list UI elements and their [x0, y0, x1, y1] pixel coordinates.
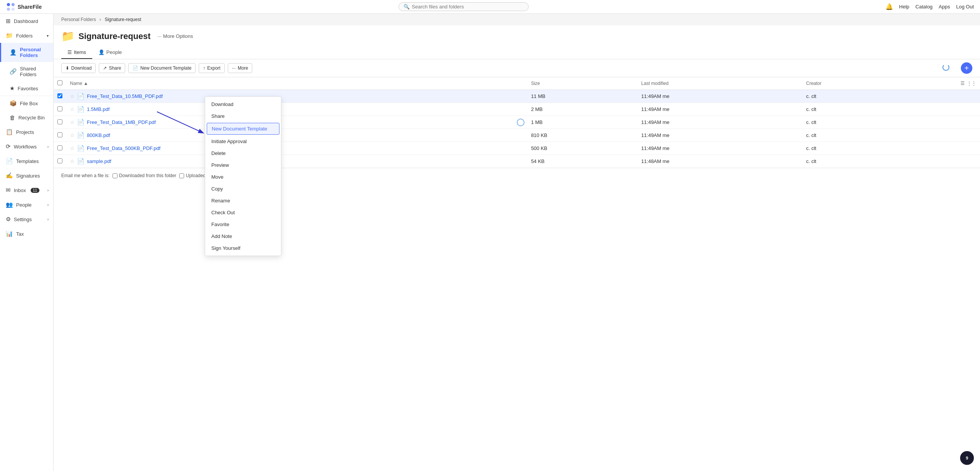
star-icon[interactable]: ☆ [70, 93, 75, 99]
row-checkbox-cell[interactable] [54, 103, 66, 116]
sidebar-label-personal-folders: Personal Folders [20, 47, 49, 58]
context-menu-item-add-note[interactable]: Add Note [205, 230, 281, 242]
new-doc-template-button[interactable]: 📄 New Document Template [128, 63, 196, 73]
star-icon[interactable]: ☆ [70, 158, 75, 164]
downloaded-checkbox[interactable] [113, 173, 118, 178]
row-name-cell: ☆ 📄 Free_Test_Data_10.5MB_PDF.pdf [66, 90, 527, 103]
pdf-icon: 📄 [77, 93, 85, 100]
uploaded-checkbox[interactable] [179, 173, 184, 178]
file-name[interactable]: Free_Test_Data_500KB_PDF.pdf [87, 145, 160, 151]
row-checkbox[interactable] [57, 132, 62, 137]
add-button[interactable]: + [961, 62, 972, 74]
context-menu: DownloadShareNew Document TemplateInitia… [205, 96, 281, 256]
sidebar-item-dashboard[interactable]: ⊞ Dashboard [0, 14, 53, 28]
context-menu-item-share[interactable]: Share [205, 110, 281, 122]
search-bar[interactable]: 🔍 [399, 2, 529, 11]
list-view-icon[interactable]: ☰ [960, 81, 965, 86]
sidebar-item-projects[interactable]: 📋 Projects [0, 125, 53, 139]
context-menu-item-delete[interactable]: Delete [205, 147, 281, 159]
row-checkbox-cell[interactable] [54, 129, 66, 142]
star-icon[interactable]: ☆ [70, 132, 75, 138]
bottom-badge[interactable]: 9 [960, 451, 974, 465]
share-label: Share [109, 65, 121, 71]
context-menu-item-move[interactable]: Move [205, 171, 281, 183]
grid-view-icon[interactable]: ⋮⋮ [967, 81, 976, 86]
share-button[interactable]: ↗ Share [99, 63, 125, 73]
row-checkbox[interactable] [57, 145, 62, 150]
col-select-all[interactable] [54, 77, 66, 90]
sidebar-item-templates[interactable]: 📄 Templates [0, 154, 53, 168]
context-menu-item-rename[interactable]: Rename [205, 195, 281, 207]
chevron-right-icon-people: › [47, 203, 49, 207]
search-input[interactable] [412, 4, 524, 10]
sidebar-item-file-box[interactable]: 📦 File Box [0, 96, 53, 111]
sidebar-label-recycle-bin: Recycle Bin [18, 115, 45, 121]
inbox-icon: ✉ [6, 187, 11, 194]
row-size-cell: 500 KB [527, 142, 637, 155]
row-size-cell: 11 MB [527, 90, 637, 103]
context-menu-item-new-doc-template[interactable]: New Document Template [207, 123, 279, 135]
logo[interactable]: ShareFile [6, 2, 42, 11]
table-row: ☆ 📄 800KB.pdf 810 KB 11:49AM me c. clt [54, 129, 980, 142]
apps-link[interactable]: Apps [939, 4, 950, 10]
sidebar-item-personal-folders[interactable]: 👤 Personal Folders [0, 43, 53, 62]
sidebar-item-workflows[interactable]: ⟳ Workflows › [0, 139, 53, 154]
row-checkbox-cell[interactable] [54, 116, 66, 129]
row-checkbox[interactable] [57, 106, 62, 111]
tab-people[interactable]: 👤 People [92, 46, 128, 59]
context-menu-item-preview[interactable]: Preview [205, 159, 281, 171]
catalog-link[interactable]: Catalog [915, 4, 933, 10]
logout-link[interactable]: Log Out [956, 4, 974, 10]
context-menu-item-sign-yourself[interactable]: Sign Yourself [205, 242, 281, 254]
star-icon[interactable]: ☆ [70, 119, 75, 125]
sidebar-item-settings[interactable]: ⚙ Settings › [0, 212, 53, 227]
sidebar-item-signatures[interactable]: ✍ Signatures [0, 168, 53, 183]
sidebar-item-favorites[interactable]: ★ Favorites [0, 81, 53, 96]
download-button[interactable]: ⬇ Download [61, 63, 96, 73]
row-modified-cell: 11:49AM me [637, 142, 802, 155]
sidebar-item-inbox[interactable]: ✉ Inbox 11 › [0, 183, 53, 197]
row-checkbox-cell[interactable] [54, 155, 66, 168]
row-checkbox-cell[interactable] [54, 142, 66, 155]
row-modified-cell: 11:48AM me [637, 155, 802, 168]
file-name[interactable]: 800KB.pdf [87, 132, 110, 138]
row-checkbox[interactable] [57, 158, 62, 163]
items-tab-label: Items [74, 49, 86, 55]
star-icon[interactable]: ☆ [70, 145, 75, 151]
templates-icon: 📄 [6, 158, 13, 165]
top-navigation: ShareFile 🔍 🔔 Help Catalog Apps Log Out [0, 0, 980, 14]
logo-icon [6, 2, 15, 11]
context-menu-item-download[interactable]: Download [205, 98, 281, 110]
row-checkbox-cell[interactable] [54, 90, 66, 103]
more-options-button[interactable]: ··· More Options [157, 33, 193, 39]
sidebar-item-shared-folders[interactable]: 🔗 Shared Folders [0, 62, 53, 81]
export-button[interactable]: ↑ Export [199, 63, 225, 73]
sidebar-item-recycle-bin[interactable]: 🗑 Recycle Bin [0, 111, 53, 125]
context-menu-item-copy[interactable]: Copy [205, 183, 281, 195]
file-name[interactable]: sample.pdf [87, 158, 111, 164]
sidebar-item-people[interactable]: 👥 People › [0, 197, 53, 212]
row-modified-cell: 11:49AM me [637, 116, 802, 129]
more-button[interactable]: ··· More [228, 63, 252, 73]
notification-bell[interactable]: 🔔 [885, 3, 893, 10]
file-name[interactable]: Free_Test_Data_1MB_PDF.pdf [87, 119, 156, 125]
star-icon[interactable]: ☆ [70, 106, 75, 112]
file-name[interactable]: 1.5MB.pdf [87, 106, 109, 112]
downloaded-option[interactable]: Downloaded from this folder [113, 173, 176, 178]
context-menu-item-check-out[interactable]: Check Out [205, 207, 281, 218]
breadcrumb-parent[interactable]: Personal Folders [61, 17, 96, 22]
tab-items[interactable]: ☰ Items [61, 46, 92, 59]
row-checkbox[interactable] [57, 93, 62, 98]
context-menu-item-favorite[interactable]: Favorite [205, 218, 281, 230]
file-name[interactable]: Free_Test_Data_10.5MB_PDF.pdf [87, 93, 163, 99]
row-modified-cell: 11:49AM me [637, 129, 802, 142]
sidebar-item-tax[interactable]: 📊 Tax [0, 227, 53, 241]
select-all-checkbox[interactable] [57, 80, 62, 85]
folder-header: 📁 Signature-request ··· More Options ☰ I… [54, 25, 980, 59]
context-menu-item-initiate-approval[interactable]: Initiate Approval [205, 135, 281, 147]
row-checkbox[interactable] [57, 119, 62, 124]
sidebar-label-people: People [16, 202, 31, 208]
help-link[interactable]: Help [899, 4, 910, 10]
row-size-cell: 54 KB [527, 155, 637, 168]
sidebar-item-folders[interactable]: 📁 Folders ▾ [0, 28, 53, 43]
